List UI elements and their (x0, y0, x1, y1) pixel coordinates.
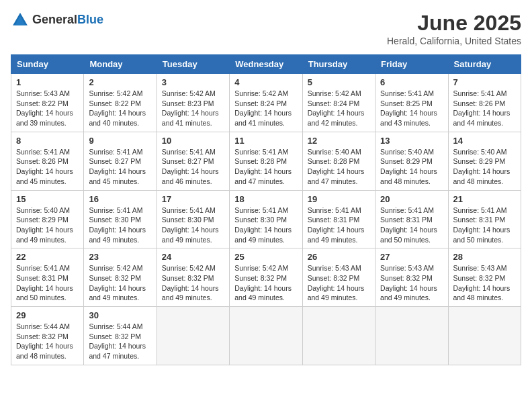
calendar-cell: 23Sunrise: 5:42 AMSunset: 8:32 PMDayligh… (84, 248, 157, 307)
calendar-cell: 11Sunrise: 5:41 AMSunset: 8:28 PMDayligh… (230, 132, 302, 190)
cell-sun-info: Sunrise: 5:43 AMSunset: 8:32 PMDaylight:… (453, 263, 516, 303)
calendar-cell: 24Sunrise: 5:42 AMSunset: 8:32 PMDayligh… (157, 248, 229, 307)
calendar-cell (302, 307, 375, 365)
calendar-cell (448, 307, 521, 365)
calendar-week-row: 8Sunrise: 5:41 AMSunset: 8:26 PMDaylight… (11, 132, 521, 190)
cell-sun-info: Sunrise: 5:40 AMSunset: 8:29 PMDaylight:… (16, 205, 79, 245)
calendar-week-row: 29Sunrise: 5:44 AMSunset: 8:32 PMDayligh… (11, 307, 521, 365)
day-number: 26 (308, 252, 370, 262)
day-number: 8 (16, 136, 79, 146)
cell-sun-info: Sunrise: 5:41 AMSunset: 8:27 PMDaylight:… (162, 147, 224, 187)
day-number: 12 (308, 136, 370, 146)
cell-sun-info: Sunrise: 5:41 AMSunset: 8:26 PMDaylight:… (16, 147, 79, 187)
calendar-cell: 22Sunrise: 5:41 AMSunset: 8:31 PMDayligh… (11, 248, 84, 307)
cell-sun-info: Sunrise: 5:41 AMSunset: 8:31 PMDaylight:… (308, 205, 370, 245)
cell-sun-info: Sunrise: 5:41 AMSunset: 8:30 PMDaylight:… (162, 205, 224, 245)
calendar-cell: 4Sunrise: 5:42 AMSunset: 8:24 PMDaylight… (230, 74, 302, 132)
weekday-header-tuesday: Tuesday (157, 55, 229, 74)
calendar-cell: 17Sunrise: 5:41 AMSunset: 8:30 PMDayligh… (157, 190, 229, 248)
calendar-cell: 7Sunrise: 5:41 AMSunset: 8:26 PMDaylight… (448, 74, 521, 132)
title-area: June 2025 Herald, California, United Sta… (387, 11, 521, 46)
weekday-header-monday: Monday (84, 55, 157, 74)
calendar-cell: 9Sunrise: 5:41 AMSunset: 8:27 PMDaylight… (84, 132, 157, 190)
cell-sun-info: Sunrise: 5:42 AMSunset: 8:24 PMDaylight:… (308, 89, 370, 128)
calendar-cell: 26Sunrise: 5:43 AMSunset: 8:32 PMDayligh… (302, 248, 375, 307)
day-number: 29 (16, 310, 79, 320)
month-title: June 2025 (387, 11, 521, 36)
cell-sun-info: Sunrise: 5:41 AMSunset: 8:31 PMDaylight:… (380, 205, 443, 245)
calendar-cell: 30Sunrise: 5:44 AMSunset: 8:32 PMDayligh… (84, 307, 157, 365)
logo-text-general: General (32, 13, 77, 26)
day-number: 30 (89, 310, 151, 320)
day-number: 2 (89, 77, 151, 87)
cell-sun-info: Sunrise: 5:41 AMSunset: 8:30 PMDaylight:… (89, 205, 151, 245)
cell-sun-info: Sunrise: 5:42 AMSunset: 8:32 PMDaylight:… (234, 263, 297, 303)
day-number: 11 (234, 136, 297, 146)
day-number: 16 (89, 194, 151, 204)
calendar-cell: 28Sunrise: 5:43 AMSunset: 8:32 PMDayligh… (448, 248, 521, 307)
day-number: 27 (380, 252, 443, 262)
cell-sun-info: Sunrise: 5:41 AMSunset: 8:28 PMDaylight:… (234, 147, 297, 187)
calendar-header-row: SundayMondayTuesdayWednesdayThursdayFrid… (11, 55, 521, 74)
day-number: 22 (16, 252, 79, 262)
calendar-cell: 2Sunrise: 5:42 AMSunset: 8:22 PMDaylight… (84, 74, 157, 132)
calendar-cell (157, 307, 229, 365)
day-number: 6 (380, 77, 443, 87)
logo: GeneralBlue (11, 11, 103, 30)
calendar-cell (375, 307, 448, 365)
cell-sun-info: Sunrise: 5:42 AMSunset: 8:32 PMDaylight:… (162, 263, 224, 303)
calendar-cell: 5Sunrise: 5:42 AMSunset: 8:24 PMDaylight… (302, 74, 375, 132)
calendar-cell: 6Sunrise: 5:41 AMSunset: 8:25 PMDaylight… (375, 74, 448, 132)
day-number: 10 (162, 136, 224, 146)
cell-sun-info: Sunrise: 5:42 AMSunset: 8:23 PMDaylight:… (162, 89, 224, 128)
day-number: 3 (162, 77, 224, 87)
logo-icon (11, 11, 30, 30)
cell-sun-info: Sunrise: 5:42 AMSunset: 8:22 PMDaylight:… (89, 89, 151, 128)
weekday-header-saturday: Saturday (448, 55, 521, 74)
cell-sun-info: Sunrise: 5:42 AMSunset: 8:32 PMDaylight:… (89, 263, 151, 303)
weekday-header-wednesday: Wednesday (230, 55, 302, 74)
calendar-week-row: 15Sunrise: 5:40 AMSunset: 8:29 PMDayligh… (11, 190, 521, 248)
weekday-header-thursday: Thursday (302, 55, 375, 74)
calendar-cell: 14Sunrise: 5:40 AMSunset: 8:29 PMDayligh… (448, 132, 521, 190)
weekday-header-sunday: Sunday (11, 55, 84, 74)
cell-sun-info: Sunrise: 5:41 AMSunset: 8:26 PMDaylight:… (453, 89, 516, 128)
day-number: 4 (234, 77, 297, 87)
cell-sun-info: Sunrise: 5:41 AMSunset: 8:25 PMDaylight:… (380, 89, 443, 128)
cell-sun-info: Sunrise: 5:42 AMSunset: 8:24 PMDaylight:… (234, 89, 297, 128)
day-number: 28 (453, 252, 516, 262)
page-header: GeneralBlue June 2025 Herald, California… (11, 11, 521, 46)
day-number: 20 (380, 194, 443, 204)
calendar-cell: 19Sunrise: 5:41 AMSunset: 8:31 PMDayligh… (302, 190, 375, 248)
cell-sun-info: Sunrise: 5:41 AMSunset: 8:30 PMDaylight:… (234, 205, 297, 245)
day-number: 25 (234, 252, 297, 262)
day-number: 17 (162, 194, 224, 204)
calendar-cell (230, 307, 302, 365)
calendar-week-row: 22Sunrise: 5:41 AMSunset: 8:31 PMDayligh… (11, 248, 521, 307)
day-number: 24 (162, 252, 224, 262)
cell-sun-info: Sunrise: 5:40 AMSunset: 8:28 PMDaylight:… (308, 147, 370, 187)
day-number: 7 (453, 77, 516, 87)
calendar-cell: 8Sunrise: 5:41 AMSunset: 8:26 PMDaylight… (11, 132, 84, 190)
calendar-cell: 18Sunrise: 5:41 AMSunset: 8:30 PMDayligh… (230, 190, 302, 248)
day-number: 21 (453, 194, 516, 204)
calendar-cell: 13Sunrise: 5:40 AMSunset: 8:29 PMDayligh… (375, 132, 448, 190)
calendar-cell: 10Sunrise: 5:41 AMSunset: 8:27 PMDayligh… (157, 132, 229, 190)
location-title: Herald, California, United States (387, 36, 521, 46)
calendar-cell: 16Sunrise: 5:41 AMSunset: 8:30 PMDayligh… (84, 190, 157, 248)
calendar-table: SundayMondayTuesdayWednesdayThursdayFrid… (11, 54, 521, 365)
day-number: 23 (89, 252, 151, 262)
day-number: 18 (234, 194, 297, 204)
calendar-cell: 20Sunrise: 5:41 AMSunset: 8:31 PMDayligh… (375, 190, 448, 248)
calendar-cell: 25Sunrise: 5:42 AMSunset: 8:32 PMDayligh… (230, 248, 302, 307)
cell-sun-info: Sunrise: 5:43 AMSunset: 8:22 PMDaylight:… (16, 89, 79, 128)
day-number: 5 (308, 77, 370, 87)
day-number: 15 (16, 194, 79, 204)
cell-sun-info: Sunrise: 5:41 AMSunset: 8:31 PMDaylight:… (16, 263, 79, 303)
cell-sun-info: Sunrise: 5:43 AMSunset: 8:32 PMDaylight:… (308, 263, 370, 303)
day-number: 1 (16, 77, 79, 87)
cell-sun-info: Sunrise: 5:41 AMSunset: 8:31 PMDaylight:… (453, 205, 516, 245)
logo-text-blue: Blue (77, 13, 103, 26)
cell-sun-info: Sunrise: 5:44 AMSunset: 8:32 PMDaylight:… (16, 322, 79, 361)
calendar-cell: 3Sunrise: 5:42 AMSunset: 8:23 PMDaylight… (157, 74, 229, 132)
